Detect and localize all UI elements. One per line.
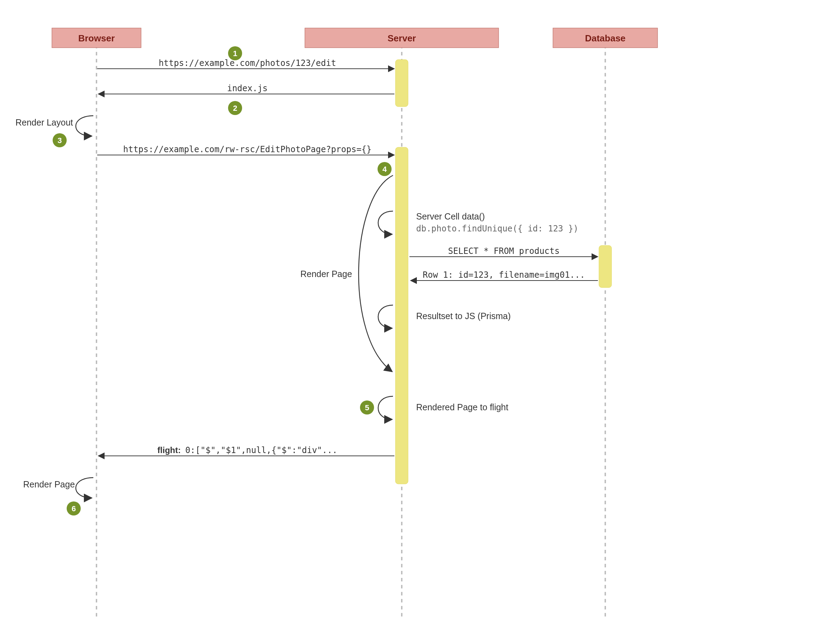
participant-browser: Browser	[52, 28, 141, 48]
msg-rsc-url-text: https://example.com/rw-rsc/EditPhotoPage…	[123, 145, 371, 154]
sequence-diagram: Browser Server Database https://example.…	[0, 0, 840, 627]
participant-server: Server	[305, 28, 499, 48]
msg-index-js-text: index.js	[227, 83, 268, 93]
participant-database-label: Database	[585, 33, 625, 44]
msg-sql-row-text: Row 1: id=123, filename=img01...	[423, 270, 585, 280]
participant-browser-label: Browser	[78, 33, 115, 44]
render-page-big-label: Render Page	[300, 269, 352, 279]
self-loop-render-page-big	[358, 175, 393, 372]
msg-request-url-text: https://example.com/photos/123/edit	[159, 58, 336, 68]
self-loop-render-page-bottom	[76, 477, 93, 498]
step-num-1: 1	[233, 49, 237, 58]
activation-server-1	[395, 60, 408, 107]
activation-server-2	[395, 147, 408, 484]
participant-server-label: Server	[388, 33, 416, 44]
self-loop-resultset	[378, 305, 393, 328]
step-num-6: 6	[71, 504, 76, 513]
render-page-bottom-label: Render Page	[23, 479, 75, 489]
server-cell-label: Server Cell data()	[416, 211, 485, 221]
step-num-2: 2	[233, 104, 237, 113]
resultset-label: Resultset to JS (Prisma)	[416, 311, 511, 321]
participant-database: Database	[553, 28, 658, 48]
self-loop-render-layout	[76, 116, 93, 136]
step-num-4: 4	[382, 165, 387, 173]
self-loop-rendered-flight	[378, 396, 393, 419]
step-num-5: 5	[365, 403, 369, 412]
msg-sql-select-text: SELECT * FROM products	[448, 246, 560, 256]
msg-flight-text: flight: 0:["$","$1",null,{"$":"div"...	[158, 445, 338, 455]
render-layout-label: Render Layout	[16, 118, 73, 127]
step-num-3: 3	[58, 136, 62, 145]
rendered-flight-label: Rendered Page to flight	[416, 402, 508, 412]
self-loop-server-cell	[378, 211, 393, 234]
activation-database-1	[599, 246, 611, 288]
server-cell-code: db.photo.findUnique({ id: 123 })	[416, 224, 578, 233]
